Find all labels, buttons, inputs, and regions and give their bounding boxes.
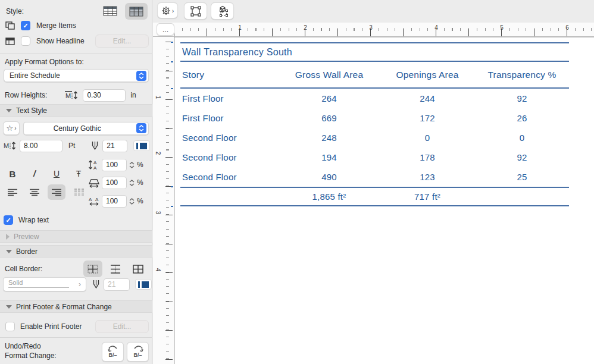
align-left-icon xyxy=(7,189,18,196)
cell-border-horizontal-button[interactable] xyxy=(106,261,125,277)
ruler-number: 3 xyxy=(369,24,373,31)
cell-transparency[interactable]: 26 xyxy=(475,113,569,123)
pen-icon xyxy=(92,279,101,290)
align-left-button[interactable] xyxy=(4,184,21,200)
cell-transparency[interactable]: 25 xyxy=(475,172,569,182)
favorites-button[interactable]: ☆ › xyxy=(3,121,20,135)
chevron-right-icon: › xyxy=(172,7,174,14)
pen-icon xyxy=(90,140,99,151)
svg-text:A: A xyxy=(93,165,97,170)
cell-openings-area[interactable]: 244 xyxy=(380,93,475,103)
scheme-settings-button[interactable]: › xyxy=(157,2,178,18)
table-light-icon xyxy=(103,6,117,16)
row-heights-unit: in xyxy=(130,91,136,99)
print-footer-section-header[interactable]: Print Footer & Format Change xyxy=(0,300,152,313)
table-style-light-button[interactable] xyxy=(100,3,120,18)
bold-button[interactable]: B xyxy=(4,166,21,181)
border-line-type-value: Solid xyxy=(4,279,23,286)
underline-button[interactable]: U xyxy=(48,166,65,181)
border-all-icon xyxy=(133,265,143,274)
redo-format-button[interactable]: B/– xyxy=(127,342,149,362)
column-header[interactable]: Openings Area xyxy=(380,70,475,80)
stepper-icon[interactable] xyxy=(129,180,135,186)
italic-button[interactable]: / xyxy=(26,166,43,181)
cell-gross-wall-area[interactable]: 248 xyxy=(279,133,380,143)
stepper-icon[interactable] xyxy=(129,162,135,168)
cell-gross-wall-area[interactable]: 264 xyxy=(279,93,380,103)
font-size-input[interactable] xyxy=(20,140,62,152)
cell-story[interactable]: Second Floor xyxy=(180,152,279,162)
border-line-type-dropdown[interactable]: Solid › xyxy=(3,277,86,291)
cell-border-inner-button[interactable] xyxy=(83,261,102,277)
cell-story[interactable]: Second Floor xyxy=(180,172,279,182)
undo-redo-label: Undo/Redo Format Change: xyxy=(5,342,57,360)
letter-spacing-input[interactable] xyxy=(102,195,127,208)
cell-transparency[interactable]: 0 xyxy=(475,133,569,143)
cell-gross-wall-area[interactable]: 669 xyxy=(279,113,380,123)
print-footer-edit-button[interactable]: Edit... xyxy=(95,320,149,333)
enable-print-footer-checkbox[interactable] xyxy=(5,322,15,331)
stepper-icon[interactable] xyxy=(129,198,135,205)
ruler-options-button[interactable]: ... xyxy=(157,23,174,36)
wrap-text-checkbox[interactable]: ✓ xyxy=(4,215,13,225)
schedule-title-row[interactable]: Wall Transparency South xyxy=(180,42,569,62)
cell-border-all-button[interactable] xyxy=(129,261,148,277)
undo-format-glyph: B/– xyxy=(108,352,117,358)
show-headline-label: Show Headline xyxy=(36,37,85,45)
top-toolbar: › xyxy=(153,0,594,23)
show-headline-checkbox[interactable] xyxy=(21,36,30,46)
apply-format-dropdown[interactable]: Entire Schedule xyxy=(4,69,149,82)
vertical-ruler[interactable]: 1 2 3 4 xyxy=(153,37,174,364)
cell-story[interactable]: First Floor xyxy=(180,113,279,123)
column-header[interactable]: Story xyxy=(180,70,279,80)
format-panel: Style: ✓ Merge Items xyxy=(0,0,152,364)
collapse-triangle-icon xyxy=(6,234,10,240)
svg-text:A: A xyxy=(93,160,97,165)
row-guide-marker xyxy=(171,42,173,43)
strikethrough-button[interactable]: Ŧ xyxy=(70,166,87,181)
cell-story[interactable]: First Floor xyxy=(180,93,279,103)
cell-openings-area[interactable]: 0 xyxy=(380,133,475,143)
cell-transparency[interactable]: 92 xyxy=(475,93,569,103)
row-heights-input[interactable] xyxy=(83,89,126,102)
total-openings-area[interactable]: 717 ft² xyxy=(380,192,475,202)
cell-openings-area[interactable]: 123 xyxy=(380,172,475,182)
align-center-button[interactable] xyxy=(26,184,43,200)
horizontal-ruler[interactable]: ... 1 2 3 4 5 6 xyxy=(153,23,594,37)
line-spacing-icon: AA xyxy=(88,159,100,170)
undo-format-button[interactable]: B/– xyxy=(102,342,124,362)
text-style-section-header[interactable]: Text Style xyxy=(0,104,152,117)
border-pen-input[interactable] xyxy=(104,278,130,291)
headline-edit-button[interactable]: Edit... xyxy=(95,34,149,48)
total-gross-wall-area[interactable]: 1,865 ft² xyxy=(279,192,380,202)
select-elements-button[interactable] xyxy=(184,2,207,20)
table-style-shaded-button[interactable] xyxy=(125,3,148,20)
cell-transparency[interactable]: 92 xyxy=(475,152,569,162)
schedule-row: Second Floor 490 123 25 xyxy=(180,167,569,187)
align-justify-button[interactable] xyxy=(70,184,87,200)
font-dropdown[interactable]: Century Gothic xyxy=(23,122,149,135)
column-header[interactable]: Gross Wall Area xyxy=(279,70,380,80)
border-section-header[interactable]: Border xyxy=(0,245,152,258)
align-right-button[interactable] xyxy=(48,184,65,200)
preview-section-header[interactable]: Preview xyxy=(0,230,152,243)
text-pen-color-button[interactable] xyxy=(133,140,150,151)
schedule-title[interactable]: Wall Transparency South xyxy=(180,47,569,58)
line-spacing-input[interactable] xyxy=(102,159,127,171)
cell-story[interactable]: Second Floor xyxy=(180,133,279,143)
text-pen-input[interactable] xyxy=(102,140,127,152)
width-factor-input[interactable] xyxy=(102,177,127,189)
cell-gross-wall-area[interactable]: 490 xyxy=(279,172,380,182)
cell-openings-area[interactable]: 172 xyxy=(380,113,475,123)
select-in-model-button[interactable] xyxy=(211,2,234,20)
border-pen-color-button[interactable] xyxy=(135,279,152,290)
cell-openings-area[interactable]: 178 xyxy=(380,152,475,162)
ruler-number: 3 xyxy=(155,211,161,215)
merge-items-checkbox[interactable]: ✓ xyxy=(21,21,30,30)
cell-gross-wall-area[interactable]: 194 xyxy=(279,152,380,162)
row-guide-marker xyxy=(171,206,173,207)
schedule-canvas[interactable]: Wall Transparency South Story Gross Wall… xyxy=(174,37,594,364)
column-header[interactable]: Transparency % xyxy=(475,70,569,80)
wrap-text-label: Wrap text xyxy=(18,216,49,224)
text-style-section-label: Text Style xyxy=(16,106,47,115)
